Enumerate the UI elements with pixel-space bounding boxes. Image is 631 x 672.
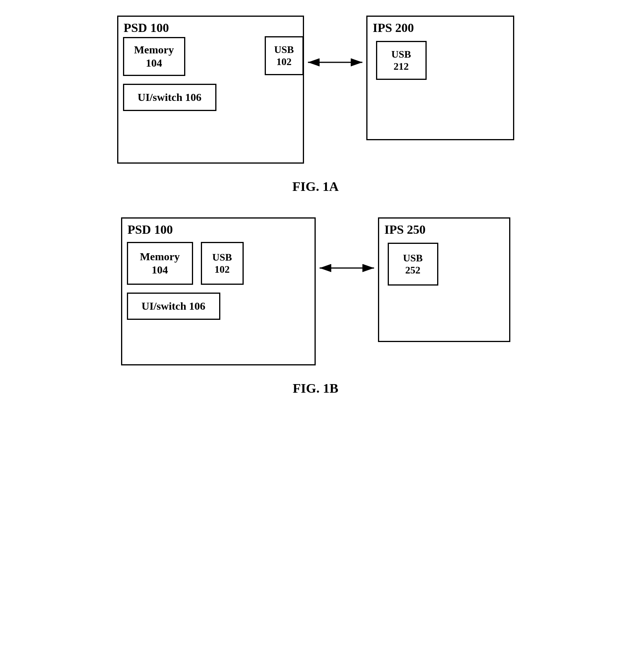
psd-top-row-1b: Memory 104 USB 102 [127, 242, 310, 285]
arrow-area-1b [316, 217, 378, 276]
usb-ips-box-1b: USB 252 [388, 243, 438, 286]
fig1a-caption: FIG. 1A [292, 179, 339, 194]
uiswitch-box-1a: UI/switch 106 [123, 84, 216, 111]
arrow-area-1a [304, 16, 366, 70]
usb-psd-box-1b: USB 102 [201, 242, 244, 285]
ips-label-1b: IPS 250 [385, 222, 426, 237]
usb-ips-label-1b: USB 252 [403, 252, 423, 276]
usb-psd-box-1a: USB 102 [265, 36, 304, 75]
arrow-1a [304, 55, 366, 70]
psd-label-1a: PSD 100 [124, 21, 169, 35]
ips-label-1a: IPS 200 [373, 21, 414, 35]
figure-1b: PSD 100 Memory 104 USB 102 UI/switch 106 [23, 217, 608, 396]
memory-label-1a: Memory 104 [134, 43, 174, 69]
memory-label-1b: Memory 104 [140, 250, 180, 276]
uiswitch-box-1b: UI/switch 106 [127, 293, 220, 320]
psd-box-1a: PSD 100 Memory 104 UI/switch 106 USB 102 [117, 16, 304, 164]
usb-psd-label-1a: USB 102 [274, 44, 294, 68]
fig1b-caption: FIG. 1B [293, 381, 338, 396]
ips-box-1b: IPS 250 USB 252 [378, 217, 510, 342]
psd-inner-1b: Memory 104 USB 102 UI/switch 106 [127, 242, 310, 320]
uiswitch-label-1a: UI/switch 106 [137, 91, 201, 104]
psd-box-1b: PSD 100 Memory 104 USB 102 UI/switch 106 [121, 217, 316, 365]
memory-box-1b: Memory 104 [127, 242, 193, 285]
diagram-1a: PSD 100 Memory 104 UI/switch 106 USB 102 [23, 16, 608, 164]
figure-1a: PSD 100 Memory 104 UI/switch 106 USB 102 [23, 16, 608, 194]
arrow-1b [316, 260, 378, 276]
psd-label-1b: PSD 100 [128, 222, 173, 237]
usb-psd-label-1b: USB 102 [212, 251, 232, 275]
uiswitch-label-1b: UI/switch 106 [141, 300, 205, 312]
usb-ips-box-1a: USB 212 [376, 41, 427, 80]
usb-ips-label-1a: USB 212 [391, 48, 411, 72]
ips-box-1a: IPS 200 USB 212 [366, 16, 514, 140]
memory-box-1a: Memory 104 [123, 37, 185, 76]
diagram-1b: PSD 100 Memory 104 USB 102 UI/switch 106 [23, 217, 608, 365]
